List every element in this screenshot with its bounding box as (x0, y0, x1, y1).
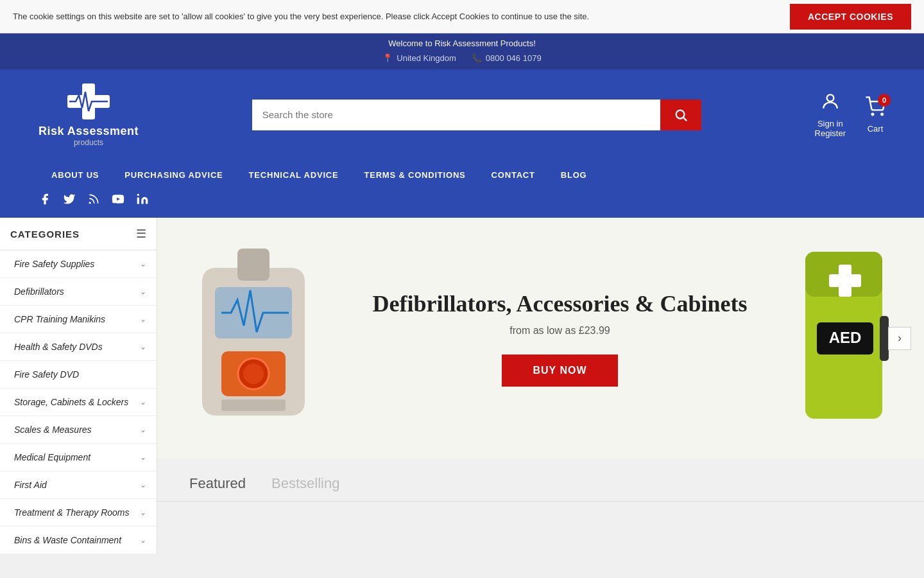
chevron-down-icon: ⌄ (140, 315, 146, 324)
svg-point-5 (872, 113, 874, 115)
sidebar-item-storage[interactable]: Storage, Cabinets & Lockers ⌄ (0, 389, 157, 416)
social-bar (0, 190, 924, 218)
chevron-down-icon: ⌄ (140, 480, 146, 489)
logo-sub: products (74, 138, 103, 147)
sidebar-item-dvds[interactable]: Health & Safety DVDs ⌄ (0, 333, 157, 361)
content-area: Defibrillators, Accessories & Cabinets f… (157, 218, 924, 502)
site-header: Risk Assessment products Sign in Registe… (0, 69, 924, 160)
nav-blog[interactable]: BLOG (548, 160, 600, 190)
nav-terms-conditions[interactable]: TERMS & CONDITIONS (351, 160, 478, 190)
tab-featured[interactable]: Featured (176, 470, 259, 501)
chevron-down-icon: ⌄ (140, 259, 146, 268)
phone-label: 0800 046 1079 (486, 53, 542, 63)
sidebar-label-defibrillators: Defibrillators (14, 286, 64, 297)
product-tabs: Featured Bestselling (157, 459, 924, 502)
sidebar: CATEGORIES ☰ Fire Safety Supplies ⌄ Defi… (0, 218, 157, 554)
hero-inner: Defibrillators, Accessories & Cabinets f… (157, 218, 924, 459)
logo-cross-icon (66, 82, 111, 121)
nav-about-us[interactable]: ABOUT US (38, 160, 112, 190)
register-label: Register (815, 128, 846, 138)
hero-subtitle: from as low as £23.99 (343, 325, 776, 337)
nav-technical-advice[interactable]: TECHNICAL ADVICE (236, 160, 352, 190)
header-right: Sign in Register 0 Cart (815, 91, 886, 138)
search-icon (674, 108, 688, 122)
sidebar-label-first-aid: First Aid (14, 480, 47, 490)
main-layout: CATEGORIES ☰ Fire Safety Supplies ⌄ Defi… (0, 218, 924, 554)
location-icon: 📍 (382, 53, 393, 63)
categories-label: CATEGORIES (10, 229, 80, 240)
aed-cabinet-illustration: AED (799, 245, 895, 432)
sidebar-label-medical: Medical Equipment (14, 452, 90, 462)
nav-contact[interactable]: CONTACT (479, 160, 548, 190)
svg-point-2 (676, 110, 684, 118)
sidebar-item-medical[interactable]: Medical Equipment ⌄ (0, 444, 157, 471)
hero-title: Defibrillators, Accessories & Cabinets (343, 290, 776, 317)
svg-rect-24 (829, 274, 861, 287)
hero-product-right: AED (796, 242, 898, 435)
search-button[interactable] (660, 100, 701, 130)
country-info: 📍 United Kingdom (382, 53, 456, 63)
chevron-down-icon: ⌄ (140, 453, 146, 462)
logo-name: Risk Assessment (38, 125, 139, 138)
hero-banner: Defibrillators, Accessories & Cabinets f… (157, 218, 924, 459)
sidebar-item-scales[interactable]: Scales & Measures ⌄ (0, 416, 157, 444)
sidebar-item-therapy[interactable]: Treatment & Therapy Rooms ⌄ (0, 499, 157, 527)
svg-rect-9 (137, 198, 139, 204)
rss-icon[interactable] (87, 193, 100, 209)
sidebar-label-cpr: CPR Training Manikins (14, 314, 105, 324)
phone-info: 📞 0800 046 1079 (472, 53, 542, 63)
svg-point-16 (243, 363, 264, 384)
cart-icon-wrap: 0 (865, 96, 886, 121)
logo[interactable]: Risk Assessment products (38, 82, 139, 147)
sidebar-item-first-aid[interactable]: First Aid ⌄ (0, 471, 157, 499)
sidebar-header: CATEGORIES ☰ (0, 218, 157, 250)
youtube-icon[interactable] (112, 193, 124, 209)
defib-device-illustration (189, 242, 318, 435)
user-icon (820, 91, 841, 116)
svg-rect-12 (237, 249, 270, 281)
tab-bestselling[interactable]: Bestselling (259, 470, 352, 501)
cart-area[interactable]: 0 Cart (865, 96, 886, 134)
chevron-down-icon: ⌄ (140, 287, 146, 296)
sidebar-item-cpr[interactable]: CPR Training Manikins ⌄ (0, 306, 157, 333)
twitter-icon[interactable] (63, 193, 76, 209)
buy-now-button[interactable]: BUY NOW (502, 355, 617, 387)
search-area (252, 100, 701, 130)
accept-cookies-button[interactable]: ACCEPT COOKIES (790, 4, 911, 30)
cart-badge: 0 (878, 94, 891, 107)
hero-product-left (183, 236, 324, 441)
chevron-down-icon: ⌄ (140, 536, 146, 545)
facebook-icon[interactable] (38, 193, 51, 209)
cookie-message: The cookie settings on this website are … (13, 12, 790, 21)
cookie-banner: The cookie settings on this website are … (0, 0, 924, 33)
top-bar-sub: 📍 United Kingdom 📞 0800 046 1079 (0, 51, 924, 69)
sidebar-item-bins[interactable]: Bins & Waste Containment ⌄ (0, 527, 157, 554)
svg-point-10 (137, 194, 139, 196)
search-input[interactable] (252, 100, 660, 130)
sidebar-item-fire-dvd[interactable]: Fire Safety DVD (0, 361, 157, 389)
sign-in-area[interactable]: Sign in Register (815, 91, 846, 138)
chevron-down-icon: ⌄ (140, 425, 146, 434)
svg-point-4 (826, 94, 834, 101)
sidebar-item-fire-safety[interactable]: Fire Safety Supplies ⌄ (0, 250, 157, 278)
sidebar-item-defibrillators[interactable]: Defibrillators ⌄ (0, 278, 157, 306)
sidebar-label-dvds: Health & Safety DVDs (14, 342, 103, 352)
sidebar-label-fire-safety: Fire Safety Supplies (14, 259, 94, 269)
svg-point-6 (881, 113, 883, 115)
svg-point-7 (89, 202, 90, 204)
hamburger-icon[interactable]: ☰ (136, 227, 146, 241)
cart-label: Cart (868, 124, 884, 134)
hero-next-arrow[interactable]: › (888, 327, 911, 350)
sign-in-label: Sign in (817, 119, 843, 128)
linkedin-icon[interactable] (136, 193, 149, 209)
svg-text:AED: AED (829, 329, 862, 346)
top-bar-welcome: Welcome to Risk Assessment Products! (0, 33, 924, 51)
chevron-down-icon: ⌄ (140, 508, 146, 517)
nav-purchasing-advice[interactable]: PURCHASING ADVICE (112, 160, 235, 190)
sidebar-label-fire-dvd: Fire Safety DVD (14, 369, 79, 380)
navigation-bar: ABOUT US PURCHASING ADVICE TECHNICAL ADV… (0, 160, 924, 190)
chevron-down-icon: ⌄ (140, 398, 146, 407)
sidebar-label-storage: Storage, Cabinets & Lockers (14, 397, 128, 407)
svg-rect-20 (880, 316, 889, 361)
svg-rect-17 (221, 399, 286, 411)
